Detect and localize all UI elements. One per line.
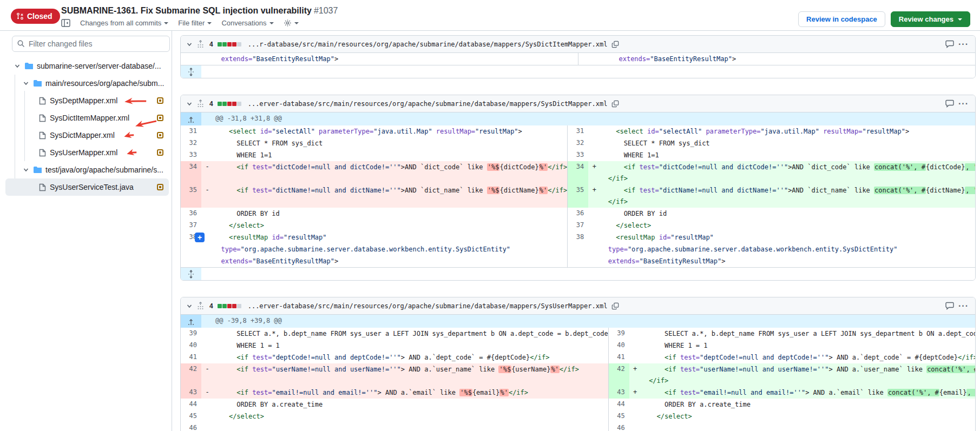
code-line: extends="BaseEntityResultMap"> — [600, 256, 976, 267]
diff-marker — [201, 53, 213, 65]
split-diff: @@ -39,8 +39,8 @@39 SELECT a.*, b.dept_n… — [181, 315, 975, 431]
diff-cell-new: 35+ <if test="dictName!=null and dictNam… — [567, 184, 976, 208]
tree-file-sysdictmapper-xml[interactable]: SysDictMapper.xml — [5, 127, 169, 144]
review-in-codespace-button[interactable]: Review in codespace — [798, 11, 885, 27]
diffstat-blocks — [218, 42, 241, 47]
code-line: ORDER BY a.create_time — [213, 399, 608, 410]
diff-panel: 4...erver-database/src/main/resources/or… — [180, 297, 976, 431]
kebab-menu-button[interactable]: ··· — [958, 301, 969, 311]
changes-from-dropdown[interactable]: Changes from all commits — [80, 19, 168, 27]
file-modified-icon — [157, 149, 163, 156]
kebab-menu-button[interactable]: ··· — [958, 99, 969, 109]
line-number: 38 — [568, 231, 588, 243]
expand-hunk-button[interactable] — [181, 315, 201, 328]
collapse-file-button[interactable] — [186, 41, 193, 48]
comment-button[interactable] — [945, 100, 954, 108]
line-number: 31 — [181, 125, 201, 137]
diff-marker — [588, 208, 600, 220]
kebab-menu-button[interactable]: ··· — [958, 39, 969, 49]
file-filter-dropdown[interactable]: File filter — [178, 19, 212, 27]
expand-diff-button[interactable] — [181, 65, 201, 78]
line-number: 45 — [181, 410, 201, 422]
tree-file-sysuserservicetest-java[interactable]: SysUserServiceTest.java — [5, 178, 169, 196]
code-line: <select id="selectAll" parameterType="ja… — [600, 126, 976, 137]
line-number — [181, 53, 201, 65]
diff-cell-old: 37 </select> — [181, 220, 567, 231]
code-content: WHERE 1 = 1 — [213, 340, 608, 352]
code-content: <if test="deptCode!=null and deptCode!='… — [641, 352, 976, 363]
diff-marker — [201, 220, 213, 231]
tree-folder-main-resources-org-apache-subm-[interactable]: main/resources/org/apache/subm... — [5, 75, 169, 92]
code-line: </select> — [213, 411, 608, 422]
code-line: <if test="dictName!=null and dictName!='… — [213, 185, 567, 196]
diff-marker: + — [588, 161, 600, 184]
code-line: <select id="selectAll" parameterType="ja… — [213, 126, 567, 137]
pr-number: #1037 — [314, 6, 338, 15]
drag-handle[interactable] — [197, 40, 204, 49]
code-line: </if> — [600, 173, 976, 184]
diff-cell-new: 33 WHERE 1=1 — [567, 149, 976, 161]
expand-hunk-button[interactable] — [181, 112, 201, 125]
diff-cell-new: extends="BaseEntityResultMap"> — [578, 53, 975, 65]
chevron-down-icon — [186, 101, 193, 107]
filter-changed-files-input[interactable] — [12, 36, 170, 52]
code-line — [641, 423, 976, 431]
code-line — [213, 423, 608, 431]
file-modified-icon — [157, 115, 163, 121]
line-number: 37 — [181, 220, 201, 231]
add-comment-button[interactable]: + — [195, 233, 205, 242]
code-line: WHERE 1 = 1 — [213, 340, 608, 352]
diff-cell-new: 43+ <if test="email!=null and email!=''"… — [608, 387, 976, 399]
comment-button[interactable] — [945, 302, 954, 310]
tree-file-sysdictitemmapper-xml[interactable]: SysDictItemMapper.xml — [5, 109, 169, 127]
copy-path-button[interactable] — [611, 302, 619, 310]
code-line: <resultMap id="resultMap" — [213, 232, 567, 243]
review-changes-button[interactable]: Review changes — [891, 11, 970, 27]
drag-handle[interactable] — [197, 100, 204, 108]
diff-cell-old: 44 ORDER BY a.create_time — [181, 399, 608, 410]
collapse-file-button[interactable] — [186, 101, 193, 107]
diff-marker: - — [201, 387, 213, 399]
file-icon — [39, 97, 46, 105]
copy-icon — [611, 302, 619, 310]
diff-cell-new: 40 WHERE 1 = 1 — [608, 340, 976, 352]
code-content: <if test="deptCode!=null and deptCode!='… — [213, 352, 608, 363]
drag-handle-icon — [197, 40, 204, 49]
collapse-sidebar-button[interactable] — [61, 19, 70, 27]
annotation-arrow — [123, 130, 135, 141]
line-number: 44 — [609, 399, 629, 410]
copy-path-button[interactable] — [611, 41, 619, 48]
diff-settings-dropdown[interactable] — [284, 19, 299, 27]
tree-folder-test-java-org-apache-submarine-s-[interactable]: test/java/org/apache/submarine/s... — [5, 161, 169, 178]
code-line: extends="BaseEntityResultMap"> — [611, 54, 975, 65]
copy-path-button[interactable] — [611, 100, 619, 108]
diffstat-blocks — [218, 304, 241, 308]
code-line: <if test="userName!=null and userName!='… — [641, 364, 976, 375]
code-content: </select> — [213, 410, 608, 422]
code-content: <if test="email!=null and email!=''"> AN… — [641, 387, 976, 399]
chevron-down-icon — [14, 63, 21, 69]
tree-folder-submarine-server-server-database-[interactable]: submarine-server/server-database/... — [5, 57, 169, 75]
code-content: SELECT * FROM sys_dict — [600, 137, 976, 149]
drag-handle[interactable] — [197, 302, 204, 310]
line-number: 46 — [181, 422, 201, 431]
code-line: <if test="userName!=null and userName!='… — [213, 364, 608, 375]
comment-button[interactable] — [945, 40, 954, 48]
conversations-dropdown[interactable]: Conversations — [221, 19, 273, 27]
tree-file-sysdeptmapper-xml[interactable]: SysDeptMapper.xml — [5, 92, 169, 109]
collapse-file-button[interactable] — [186, 303, 193, 309]
hunk-header: @@ -31,8 +31,8 @@ — [181, 112, 976, 125]
code-line: WHERE 1=1 — [600, 150, 976, 161]
line-number: 34 — [568, 161, 588, 184]
chevron-down-icon — [23, 167, 29, 173]
diff-cell-old: extends="BaseEntityResultMap"> — [181, 53, 578, 65]
line-number: 42 — [181, 363, 201, 387]
expand-diff-icon — [188, 270, 194, 279]
expand-diff-button[interactable] — [181, 268, 201, 280]
code-content: </select> — [641, 410, 976, 422]
line-number: 43 — [181, 387, 201, 399]
tree-file-sysusermapper-xml[interactable]: SysUserMapper.xml — [5, 144, 169, 161]
code-content — [213, 422, 608, 431]
diff-cell-old: 41 <if test="deptCode!=null and deptCode… — [181, 352, 608, 363]
diff-panel-header: 4...r-database/src/main/resources/org/ap… — [181, 36, 975, 53]
